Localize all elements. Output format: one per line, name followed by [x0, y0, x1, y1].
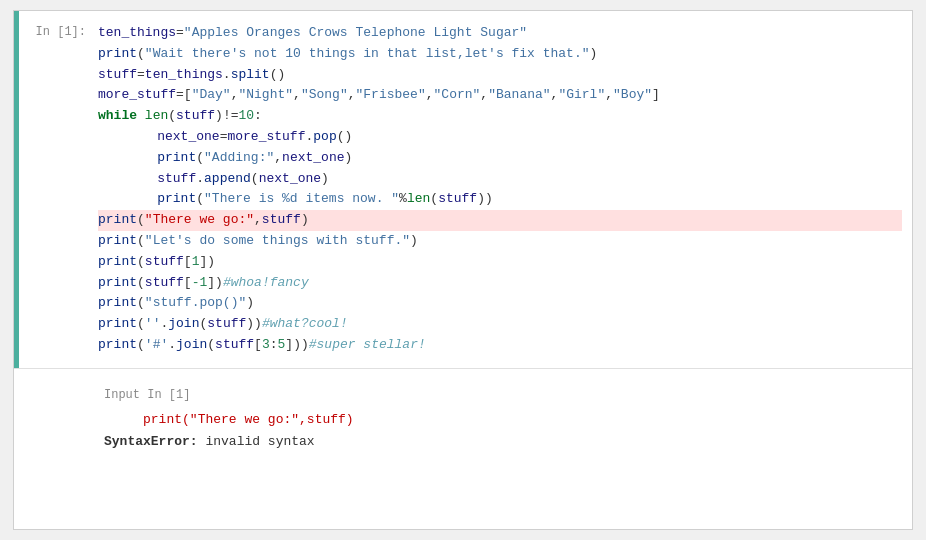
- code-line-8: next_one=more_stuff.pop(): [98, 127, 902, 148]
- output-input-label: Input In [1]: [104, 385, 892, 405]
- code-line-17: print(''.join(stuff))#what?cool!: [98, 314, 902, 335]
- cell-input-area: In [1]: ten_things="Apples Oranges Crows…: [14, 11, 912, 369]
- cell-label: In [1]:: [19, 11, 94, 368]
- code-line-6: more_stuff=["Day","Night","Song","Frisbe…: [98, 85, 902, 106]
- code-line-5: stuff=ten_things.split(): [98, 65, 902, 86]
- code-line-15: print(stuff[-1])#whoa!fancy: [98, 273, 902, 294]
- code-line-10: stuff.append(next_one): [98, 169, 902, 190]
- code-line-7: while len(stuff)!=10:: [98, 106, 902, 127]
- code-line-12: print("There we go:",stuff): [98, 210, 902, 231]
- code-line-14: print(stuff[1]): [98, 252, 902, 273]
- code-line-13: print("Let's do some things with stuff."…: [98, 231, 902, 252]
- cell-code[interactable]: ten_things="Apples Oranges Crows Telepho…: [94, 11, 912, 368]
- code-line-16: print("stuff.pop()"): [98, 293, 902, 314]
- notebook-cell: In [1]: ten_things="Apples Oranges Crows…: [13, 10, 913, 530]
- code-line-3: print("Wait there's not 10 things in tha…: [98, 44, 902, 65]
- code-line-1: ten_things="Apples Oranges Crows Telepho…: [98, 23, 902, 44]
- output-error-line: print("There we go:",stuff): [104, 409, 892, 431]
- code-line-9: print("Adding:",next_one): [98, 148, 902, 169]
- code-line-18: print('#'.join(stuff[3:5]))#super stella…: [98, 335, 902, 356]
- cell-output-area: Input In [1] print("There we go:",stuff)…: [14, 369, 912, 470]
- code-line-11: print("There is %d items now. "%len(stuf…: [98, 189, 902, 210]
- output-syntax-error: SyntaxError: invalid syntax: [104, 431, 892, 453]
